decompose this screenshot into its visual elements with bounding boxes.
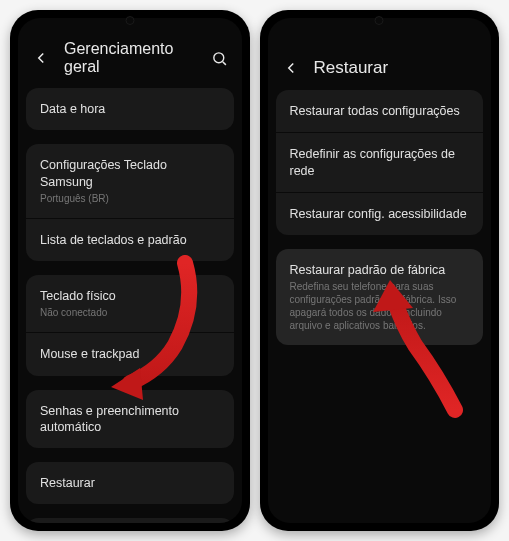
item-label: Mouse e trackpad xyxy=(40,346,220,362)
item-personalization[interactable]: Serviço de personalização Ativado xyxy=(26,518,234,523)
item-sublabel: Português (BR) xyxy=(40,192,220,205)
item-keyboard-list[interactable]: Lista de teclados e padrão xyxy=(26,219,234,261)
phone-screen: Gerenciamento geral Data e hora Configur… xyxy=(18,18,242,523)
item-restore[interactable]: Restaurar xyxy=(26,462,234,504)
item-label: Teclado físico xyxy=(40,288,220,304)
item-label: Lista de teclados e padrão xyxy=(40,232,220,248)
search-icon[interactable] xyxy=(211,50,228,67)
item-physical-keyboard[interactable]: Teclado físico Não conectado xyxy=(26,275,234,332)
page-title: Restaurar xyxy=(314,58,478,78)
item-restore-all[interactable]: Restaurar todas configurações xyxy=(276,90,484,132)
svg-line-1 xyxy=(222,61,225,64)
item-mouse-trackpad[interactable]: Mouse e trackpad xyxy=(26,333,234,375)
page-title: Gerenciamento geral xyxy=(64,40,197,76)
item-label: Restaurar config. acessibilidade xyxy=(290,206,470,222)
header: Restaurar xyxy=(268,18,492,90)
item-label: Configurações Teclado Samsung xyxy=(40,157,220,190)
item-passwords-autofill[interactable]: Senhas e preenchimento automático xyxy=(26,390,234,449)
back-icon[interactable] xyxy=(282,59,300,77)
settings-list: Data e hora Configurações Teclado Samsun… xyxy=(18,88,242,523)
item-date-time[interactable]: Data e hora xyxy=(26,88,234,130)
camera-notch xyxy=(125,16,134,25)
header: Gerenciamento geral xyxy=(18,18,242,88)
item-label: Senhas e preenchimento automático xyxy=(40,403,220,436)
item-keyboard-samsung[interactable]: Configurações Teclado Samsung Português … xyxy=(26,144,234,218)
phone-right: Restaurar Restaurar todas configurações … xyxy=(260,10,500,531)
phone-left: Gerenciamento geral Data e hora Configur… xyxy=(10,10,250,531)
item-sublabel: Redefina seu telefone para suas configur… xyxy=(290,280,470,332)
back-icon[interactable] xyxy=(32,49,50,67)
settings-list: Restaurar todas configurações Redefinir … xyxy=(268,90,492,345)
phone-screen: Restaurar Restaurar todas configurações … xyxy=(268,18,492,523)
item-label: Restaurar padrão de fábrica xyxy=(290,262,470,278)
item-reset-network[interactable]: Redefinir as configurações de rede xyxy=(276,133,484,192)
item-sublabel: Não conectado xyxy=(40,306,220,319)
item-label: Data e hora xyxy=(40,101,220,117)
item-label: Restaurar xyxy=(40,475,220,491)
item-label: Restaurar todas configurações xyxy=(290,103,470,119)
item-label: Redefinir as configurações de rede xyxy=(290,146,470,179)
svg-point-0 xyxy=(213,52,223,62)
item-restore-accessibility[interactable]: Restaurar config. acessibilidade xyxy=(276,193,484,235)
camera-notch xyxy=(375,16,384,25)
item-factory-reset[interactable]: Restaurar padrão de fábrica Redefina seu… xyxy=(276,249,484,345)
